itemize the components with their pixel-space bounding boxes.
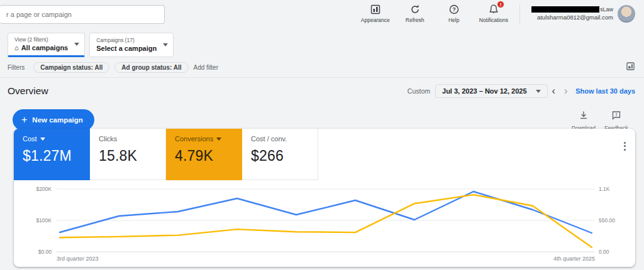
campaign-selector-label: Campaigns (17) xyxy=(96,37,157,43)
series-line-conversions xyxy=(60,195,592,247)
previous-period-button[interactable]: ‹ xyxy=(548,87,560,95)
appearance-label: Appearance xyxy=(361,17,390,23)
filter-chip-adgroup-status[interactable]: Ad group status: All xyxy=(114,62,188,73)
scorecard-cost-per-conv-value: $266 xyxy=(251,148,318,165)
refresh-label: Refresh xyxy=(406,17,425,23)
scorecard-conversions-label-row: Conversions xyxy=(175,135,242,143)
top-bar-actions: Appearance Refresh ? Help ! Notification… xyxy=(361,4,638,23)
series-line-cost xyxy=(60,192,592,233)
download-icon xyxy=(579,111,589,122)
view-selector[interactable]: View (2 filters) ⌂ All campaigns xyxy=(8,33,85,57)
show-last-30-days-link[interactable]: Show last 30 days xyxy=(575,87,635,95)
left-axis-tick-100k: $100K xyxy=(19,217,52,224)
new-campaign-label: New campaign xyxy=(32,116,83,124)
feedback-icon: ! xyxy=(611,111,621,122)
help-icon: ? xyxy=(448,4,460,15)
redacted-account-name xyxy=(531,6,599,13)
home-icon: ⌂ xyxy=(14,44,19,51)
overview-chart-card: Cost $1.27M Clicks 15.8K Conversions 4.7… xyxy=(14,129,635,267)
chevron-down-icon xyxy=(74,43,79,46)
scorecard-cost[interactable]: Cost $1.27M xyxy=(14,129,90,180)
refresh-icon xyxy=(409,4,421,15)
next-period-button[interactable]: › xyxy=(560,87,572,95)
right-axis-tick-0: 0.00 xyxy=(599,249,629,255)
scorecard-clicks-value: 15.8K xyxy=(99,148,165,165)
scorecard-cost-label: Cost xyxy=(23,135,37,143)
x-axis-tick-last: 4th quarter 2025 xyxy=(553,256,595,262)
refresh-button[interactable]: Refresh xyxy=(401,4,429,23)
scorecard-cost-label-row: Cost xyxy=(23,135,90,143)
x-axis-tick-first: 3rd quarter 2023 xyxy=(57,256,99,262)
page-title: Overview xyxy=(8,85,48,97)
svg-text:!: ! xyxy=(616,112,618,117)
avatar[interactable] xyxy=(618,5,635,23)
account-menu[interactable]: sLaw atulsharma0812@gmail.com xyxy=(531,5,635,23)
top-bar: Appearance Refresh ? Help ! Notification… xyxy=(0,0,644,29)
left-axis-tick-0: $0.00 xyxy=(19,249,52,255)
chevron-down-icon xyxy=(40,138,45,141)
right-axis-tick-550: 550.00 xyxy=(599,217,629,224)
plus-icon: + xyxy=(21,114,27,126)
svg-text:?: ? xyxy=(452,6,455,13)
filter-chip-campaign-status[interactable]: Campaign status: All xyxy=(33,62,109,73)
account-text: sLaw atulsharma0812@gmail.com xyxy=(531,6,613,21)
scorecard-cost-per-conv-label-row: Cost / conv. xyxy=(251,135,318,143)
scorecard-conversions-value: 4.79K xyxy=(175,148,242,165)
help-button[interactable]: ? Help xyxy=(440,4,468,23)
view-selector-value: All campaigns xyxy=(21,44,69,51)
appearance-icon xyxy=(370,4,381,15)
google-ads-overview-page: { "colors": { "accent": "#1a73e8", "noti… xyxy=(0,0,644,270)
help-label: Help xyxy=(448,17,459,23)
scope-selector-row: View (2 filters) ⌂ All campaigns Campaig… xyxy=(0,29,644,57)
overview-chart: $200K $100K $0.00 1.1K 550.00 0.00 3rd q… xyxy=(14,184,635,266)
page-header-row: Overview Custom Jul 3, 2023 – Nov 12, 20… xyxy=(0,78,644,100)
scorecard-cost-per-conv-label: Cost / conv. xyxy=(251,135,287,143)
date-range-selector[interactable]: Jul 3, 2023 – Nov 12, 2025 xyxy=(435,84,548,98)
account-name-suffix: sLaw xyxy=(600,6,613,13)
chart-plot-area xyxy=(57,184,595,257)
chart-svg xyxy=(57,184,595,257)
scorecard-conversions-label: Conversions xyxy=(175,135,213,143)
scorecard-conversions[interactable]: Conversions 4.79K xyxy=(166,129,242,180)
chart-options-kebab-menu[interactable] xyxy=(620,140,629,152)
date-range-value: Jul 3, 2023 – Nov 12, 2025 xyxy=(442,87,527,95)
topbar-divider xyxy=(519,4,520,23)
add-filter-button[interactable]: Add filter xyxy=(194,64,218,71)
scorecard-cost-per-conv[interactable]: Cost / conv. $266 xyxy=(242,129,318,180)
notifications-label: Notifications xyxy=(479,17,508,23)
left-axis-tick-200k: $200K xyxy=(19,186,52,192)
scorecard-clicks-label-row: Clicks xyxy=(99,135,165,143)
filter-bar: Filters Campaign status: All Ad group st… xyxy=(0,57,644,78)
campaign-selector[interactable]: Campaigns (17) Select a campaign xyxy=(89,33,174,57)
new-campaign-button[interactable]: + New campaign xyxy=(13,109,94,131)
right-axis-tick-1-1k: 1.1K xyxy=(599,186,629,192)
view-selector-text: View (2 filters) ⌂ All campaigns xyxy=(14,36,68,51)
view-selector-label: View (2 filters) xyxy=(14,36,68,43)
view-selector-value-row: ⌂ All campaigns xyxy=(14,44,68,51)
campaign-selector-value: Select a campaign xyxy=(96,45,157,52)
search-input[interactable] xyxy=(0,5,165,24)
appearance-button[interactable]: Appearance xyxy=(361,4,390,23)
notifications-button[interactable]: ! Notifications xyxy=(479,4,508,23)
chevron-down-icon xyxy=(216,138,221,141)
scorecard-row: Cost $1.27M Clicks 15.8K Conversions 4.7… xyxy=(14,129,635,180)
chevron-down-icon xyxy=(536,90,541,93)
date-mode-label: Custom xyxy=(408,87,430,95)
save-view-button[interactable] xyxy=(626,62,635,73)
save-view-icon xyxy=(626,62,635,73)
scorecard-clicks[interactable]: Clicks 15.8K xyxy=(90,129,166,180)
scorecard-clicks-label: Clicks xyxy=(99,135,117,143)
account-name: sLaw xyxy=(531,6,613,13)
notification-badge: ! xyxy=(497,1,504,8)
filters-label: Filters xyxy=(8,64,25,71)
campaign-selector-text: Campaigns (17) Select a campaign xyxy=(96,37,157,52)
scorecard-cost-value: $1.27M xyxy=(23,148,90,165)
account-email: atulsharma0812@gmail.com xyxy=(537,14,613,21)
chevron-down-icon xyxy=(163,43,168,46)
